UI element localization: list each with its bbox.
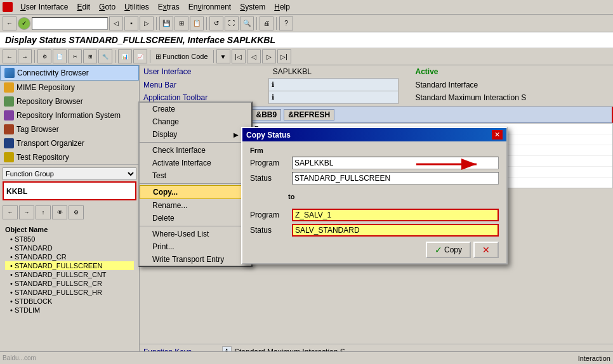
- from-program-label: Program: [250, 159, 288, 167]
- to-status-label: Status: [250, 226, 288, 235]
- copy-btn-label: Copy: [444, 245, 462, 254]
- watermark: Baidu...com: [3, 354, 36, 361]
- to-section-label: to: [288, 193, 294, 200]
- red-arrow-icon: [410, 155, 486, 173]
- to-section-row: to: [250, 187, 499, 206]
- check-icon: ✓: [435, 245, 442, 255]
- from-status-input[interactable]: [292, 172, 499, 185]
- to-program-input[interactable]: [292, 209, 499, 221]
- to-program-row: Program: [250, 209, 499, 221]
- copy-action-button[interactable]: ✓ Copy: [426, 242, 471, 258]
- dialog-close-btn[interactable]: ✕: [492, 130, 503, 140]
- to-program-label: Program: [250, 211, 288, 219]
- x-icon: ✕: [482, 245, 490, 255]
- dialog-title-bar: Copy Status ✕: [242, 128, 506, 141]
- cancel-action-button[interactable]: ✕: [473, 242, 499, 258]
- dialog-overlay: Copy Status ✕ Frm Program Status to: [0, 0, 613, 364]
- to-status-input[interactable]: [292, 224, 499, 237]
- to-status-row: Status: [250, 224, 499, 237]
- dialog-title-text: Copy Status: [246, 131, 291, 140]
- dialog-body: Frm Program Status to: [242, 141, 506, 263]
- dialog-buttons: ✓ Copy ✕: [250, 242, 499, 258]
- from-status-row: Status: [250, 172, 499, 185]
- copy-status-dialog: Copy Status ✕ Frm Program Status to: [241, 127, 508, 264]
- from-section-label: Frm: [250, 146, 499, 154]
- from-status-label: Status: [250, 174, 288, 183]
